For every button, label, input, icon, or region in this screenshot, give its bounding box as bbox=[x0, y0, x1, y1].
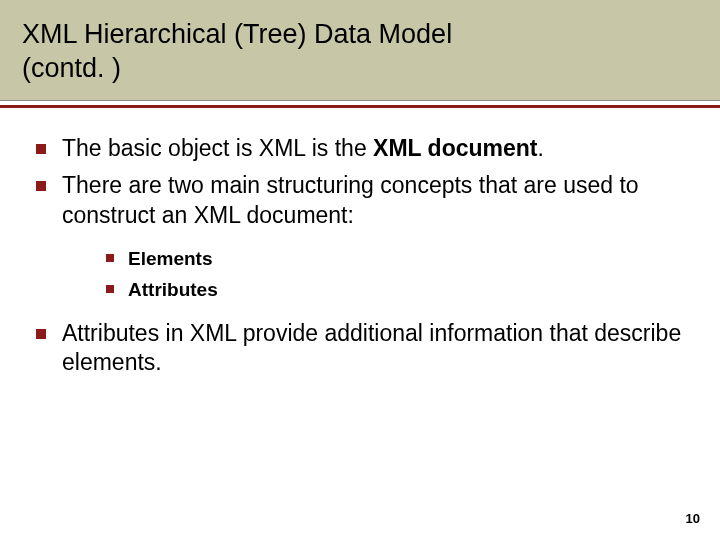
bullet-text: Attributes in XML provide additional inf… bbox=[62, 320, 681, 376]
bullet-text-bold: XML document bbox=[373, 135, 537, 161]
bullet-text-post: . bbox=[537, 135, 543, 161]
list-item: There are two main structuring concepts … bbox=[30, 171, 690, 302]
sub-bullet-text: Elements bbox=[128, 248, 212, 269]
list-item: Attributes bbox=[102, 278, 690, 303]
sub-bullet-text: Attributes bbox=[128, 279, 218, 300]
list-item: Elements bbox=[102, 247, 690, 272]
bullet-text: There are two main structuring concepts … bbox=[62, 172, 639, 228]
sub-bullet-list: Elements Attributes bbox=[102, 247, 690, 302]
slide-content: The basic object is XML is the XML docum… bbox=[0, 108, 720, 379]
title-line-2: (contd. ) bbox=[22, 53, 121, 83]
list-item: The basic object is XML is the XML docum… bbox=[30, 134, 690, 164]
slide-header: XML Hierarchical (Tree) Data Model (cont… bbox=[0, 0, 720, 101]
bullet-list: The basic object is XML is the XML docum… bbox=[30, 134, 690, 379]
bullet-text-pre: The basic object is XML is the bbox=[62, 135, 373, 161]
page-number: 10 bbox=[686, 511, 700, 526]
list-item: Attributes in XML provide additional inf… bbox=[30, 319, 690, 379]
slide-title: XML Hierarchical (Tree) Data Model (cont… bbox=[22, 18, 698, 86]
title-line-1: XML Hierarchical (Tree) Data Model bbox=[22, 19, 452, 49]
